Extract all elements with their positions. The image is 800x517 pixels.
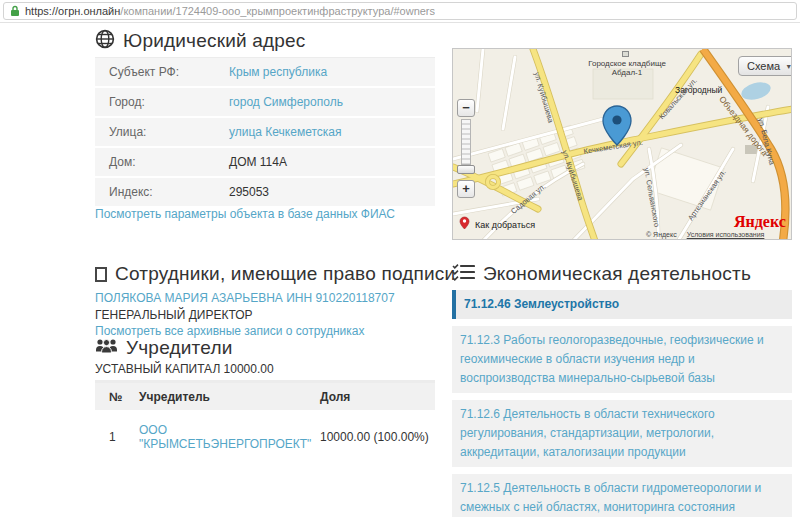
users-icon [95,338,118,358]
directions-pin-icon [459,216,470,234]
activity-item-primary[interactable]: 71.12.46 Землеустройство [452,290,792,319]
terms-link[interactable]: Условия использования [687,231,765,238]
cemetery-icon [622,51,629,57]
employees-title: Сотрудники, имеющие право подписи [115,263,455,285]
url-domain: https://огрн.онлайн [25,5,120,17]
founder-share: 10000.00 (100.00%) [320,430,435,444]
row-label: Субъект РФ: [95,65,229,79]
charter-capital: УСТАВНЫЙ КАПИТАЛ 10000.00 [95,362,274,376]
founders-title: Учредители [126,337,233,359]
list-check-icon [452,263,475,285]
table-row: Город: город Симферополь [95,88,435,116]
address-table: Субъект РФ: Крым республика Город: город… [95,57,435,208]
zoom-in-button[interactable]: + [457,180,475,198]
map-label-cemetery: Городское кладбище Абдал-1 [583,59,671,77]
founders-table-header: № Учредитель Доля [95,383,435,410]
table-row: Субъект РФ: Крым республика [95,58,435,86]
founders-header: Учредители [95,337,233,359]
fias-link[interactable]: Посмотреть параметры объекта в базе данн… [95,207,395,221]
zoom-slider-handle[interactable] [457,165,475,174]
url-path: /компании/1724409-ооо_крымпроектинфрастр… [120,5,435,17]
activity-item[interactable]: 71.12.6 Деятельность в области техническ… [452,400,792,467]
page-title: Юридический адрес [123,30,306,52]
chrome-separator [0,22,800,23]
row-label: Дом: [95,155,229,169]
col-name: Учредитель [139,390,320,404]
table-row: Дом: ДОМ 114А [95,148,435,176]
col-share: Доля [320,390,435,404]
signature-icon [95,267,107,282]
map-attribution: © Яндекс Условия использования [646,231,764,238]
zip-value: 295053 [229,185,269,199]
map-type-label: Схема [747,60,780,72]
directions-button[interactable]: Как добраться [459,216,535,234]
employees-archive-link[interactable]: Посмотреть все архивные записи о сотрудн… [95,324,364,338]
activity-item[interactable]: 71.12.5 Деятельность в области гидромете… [452,474,792,517]
row-label: Индекс: [95,185,229,199]
activity-title: Экономическая деятельность [483,263,751,285]
table-row: Улица: улица Кечкеметская [95,118,435,146]
founder-company-link[interactable]: ООО "КРЫМСЕТЬЭНЕРГОПРОЕКТ" [139,423,320,451]
activity-list: 71.12.46 Землеустройство 71.12.3 Работы … [452,290,792,517]
browser-address-bar[interactable]: https://огрн.онлайн/компании/1724409-ооо… [3,2,797,20]
employee-position: ГЕНЕРАЛЬНЫЙ ДИРЕКТОР [95,308,253,322]
activity-item[interactable]: 71.12.3 Работы геологоразведочные, геофи… [452,326,792,393]
street-link[interactable]: улица Кечкеметская [229,125,341,139]
table-row: 1 ООО "КРЫМСЕТЬЭНЕРГОПРОЕКТ" 10000.00 (1… [95,422,435,452]
directions-label: Как добраться [475,220,535,230]
zoom-out-button[interactable]: − [457,99,475,117]
founders-table: № Учредитель Доля 1 ООО "КРЫМСЕТЬЭНЕРГОП… [95,380,435,452]
founder-num: 1 [95,430,139,444]
activity-header: Экономическая деятельность [452,263,751,285]
legal-address-header: Юридический адрес [95,29,306,53]
row-label: Город: [95,95,229,109]
col-num: № [95,390,139,404]
yandex-logo[interactable]: Яндекс [734,213,786,231]
lock-icon [10,5,20,17]
yandex-map[interactable]: Городское кладбище Абдал-1 Загородный Об… [452,48,792,240]
house-value: ДОМ 114А [229,155,287,169]
region-link[interactable]: Крым республика [229,65,327,79]
map-type-button[interactable]: Схема ▼ [738,56,792,76]
row-label: Улица: [95,125,229,139]
employees-header: Сотрудники, имеющие право подписи [95,263,455,285]
zoom-slider[interactable] [461,119,471,165]
employee-person-link[interactable]: ПОЛЯКОВА МАРИЯ АЗАРЬЕВНА ИНН 91022011870… [95,291,395,305]
globe-icon [95,29,115,53]
chevron-down-icon: ▼ [785,63,792,70]
copyright-text: © Яндекс [646,231,677,238]
table-row: Индекс: 295053 [95,178,435,206]
city-link[interactable]: город Симферополь [229,95,343,109]
page: https://огрн.онлайн/компании/1724409-ооо… [0,0,800,517]
url-text: https://огрн.онлайн/компании/1724409-ооо… [25,5,435,17]
